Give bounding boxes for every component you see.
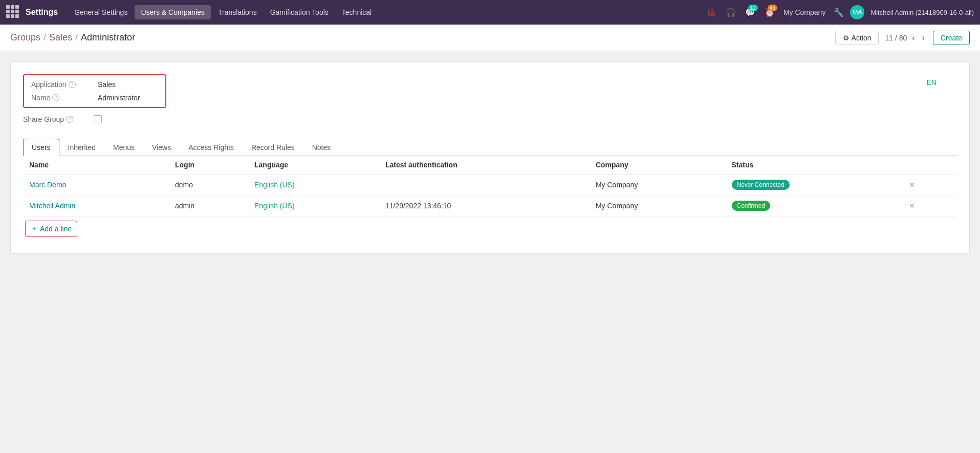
share-group-checkbox[interactable]: [94, 115, 102, 123]
name-label: Name ?: [31, 94, 98, 102]
tab-inherited[interactable]: Inherited: [59, 139, 104, 156]
user-status: Never Connected: [726, 175, 901, 196]
wrench-icon[interactable]: 🔧: [834, 8, 844, 17]
app-name-box: Application ? Sales Name ? Administrator: [23, 74, 166, 108]
add-icon: ＋: [31, 224, 38, 233]
tabs: Users Inherited Menus Views Access Right…: [23, 139, 957, 156]
status-badge-confirmed: Confirmed: [732, 201, 770, 211]
user-language-link[interactable]: English (US): [254, 181, 295, 189]
share-group-label: Share Group ?: [23, 115, 90, 123]
topnav-icons: 🐞 🎧 💬 12 ⏰ 45 My Company 🔧 MA Mitchell A…: [704, 5, 974, 20]
remove-button[interactable]: ✕: [907, 180, 917, 190]
chat-icon[interactable]: 💬 12: [743, 5, 758, 20]
breadcrumb-actions: ⚙ Action 11 / 80 ‹ › Create: [835, 31, 970, 45]
menu-general-settings[interactable]: General Settings: [68, 5, 134, 19]
col-language: Language: [248, 156, 379, 175]
tab-access-rights[interactable]: Access Rights: [180, 139, 243, 156]
user-latest-auth: 11/29/2022 13:46:10: [379, 196, 590, 217]
clock-icon[interactable]: ⏰ 45: [762, 5, 777, 20]
pager-count: 11 / 80: [885, 34, 907, 42]
tab-views[interactable]: Views: [143, 139, 180, 156]
users-table: Name Login Language Latest authenticatio…: [23, 156, 957, 217]
tab-content-users: Name Login Language Latest authenticatio…: [23, 156, 957, 241]
name-value: Administrator: [98, 94, 140, 102]
status-badge-never: Never Connected: [732, 180, 790, 190]
pager-prev[interactable]: ‹: [910, 32, 917, 44]
user-name-link[interactable]: Mitchell Admin: [29, 202, 75, 210]
breadcrumb-groups[interactable]: Groups: [10, 32, 40, 43]
app-name[interactable]: Settings: [26, 8, 58, 17]
user-latest-auth: [379, 175, 590, 196]
share-group-row: Share Group ?: [23, 115, 927, 123]
user-language: English (US): [248, 175, 379, 196]
col-latest-auth: Latest authentication: [379, 156, 590, 175]
menu-technical[interactable]: Technical: [336, 5, 378, 19]
menu-translations[interactable]: Translations: [212, 5, 263, 19]
breadcrumb-sep-2: /: [75, 32, 78, 43]
user-name: Mitchell Admin: [23, 196, 169, 217]
grid-icon[interactable]: [6, 5, 20, 19]
breadcrumb-bar: Groups / Sales / Administrator ⚙ Action …: [0, 25, 980, 51]
topnav: Settings General Settings Users & Compan…: [0, 0, 980, 25]
create-button[interactable]: Create: [933, 31, 970, 45]
tab-users[interactable]: Users: [23, 139, 59, 156]
main-content: Application ? Sales Name ? Administrator: [0, 51, 980, 453]
clock-badge: 45: [768, 5, 777, 11]
breadcrumb: Groups / Sales / Administrator: [10, 32, 135, 43]
tab-notes[interactable]: Notes: [303, 139, 340, 156]
application-row: Application ? Sales: [31, 80, 158, 89]
share-group-help-icon[interactable]: ?: [66, 116, 73, 123]
table-row: Mitchell Admin admin English (US) 11/29/…: [23, 196, 957, 217]
company-name[interactable]: My Company: [783, 8, 825, 16]
add-line-label: Add a line: [40, 225, 72, 233]
action-button[interactable]: ⚙ Action: [835, 31, 879, 45]
user-language: English (US): [248, 196, 379, 217]
user-status: Confirmed: [726, 196, 901, 217]
col-actions: [901, 156, 957, 175]
topnav-menu: General Settings Users & Companies Trans…: [68, 5, 702, 19]
name-row: Name ? Administrator: [31, 94, 158, 102]
user-remove: ✕: [901, 175, 957, 196]
name-help-icon[interactable]: ?: [52, 94, 59, 101]
en-button[interactable]: EN: [927, 74, 957, 87]
application-help-icon[interactable]: ?: [69, 81, 76, 88]
user-company: My Company: [590, 196, 726, 217]
user-company: My Company: [590, 175, 726, 196]
application-label: Application ?: [31, 80, 98, 89]
form-card: Application ? Sales Name ? Administrator: [10, 61, 970, 254]
col-name: Name: [23, 156, 169, 175]
user-login: admin: [169, 196, 248, 217]
bug-icon[interactable]: 🐞: [704, 5, 719, 20]
user-name-link[interactable]: Marc Demo: [29, 181, 66, 189]
col-status: Status: [726, 156, 901, 175]
user-login: demo: [169, 175, 248, 196]
avatar[interactable]: MA: [850, 5, 864, 19]
application-value: Sales: [98, 80, 116, 89]
user-name: Marc Demo: [23, 175, 169, 196]
chat-badge: 12: [748, 5, 758, 11]
add-line-button[interactable]: ＋ Add a line: [25, 221, 77, 237]
remove-button[interactable]: ✕: [907, 201, 917, 211]
col-company: Company: [590, 156, 726, 175]
col-login: Login: [169, 156, 248, 175]
form-header-left: Application ? Sales Name ? Administrator: [23, 74, 927, 132]
form-header-row: Application ? Sales Name ? Administrator: [23, 74, 957, 132]
tab-menus[interactable]: Menus: [104, 139, 143, 156]
menu-gamification-tools[interactable]: Gamification Tools: [264, 5, 335, 19]
user-language-link[interactable]: English (US): [254, 202, 295, 210]
menu-users-companies[interactable]: Users & Companies: [135, 5, 211, 19]
pager-next[interactable]: ›: [920, 32, 927, 44]
user-remove: ✕: [901, 196, 957, 217]
breadcrumb-sep-1: /: [43, 32, 46, 43]
username[interactable]: Mitchell Admin (21418909-16-0-all): [870, 9, 974, 16]
headset-icon[interactable]: 🎧: [723, 5, 738, 20]
pager: 11 / 80 ‹ ›: [885, 32, 926, 44]
table-row: Marc Demo demo English (US) My Company N…: [23, 175, 957, 196]
tab-record-rules[interactable]: Record Rules: [243, 139, 303, 156]
breadcrumb-sales[interactable]: Sales: [49, 32, 72, 43]
breadcrumb-current: Administrator: [81, 32, 135, 43]
